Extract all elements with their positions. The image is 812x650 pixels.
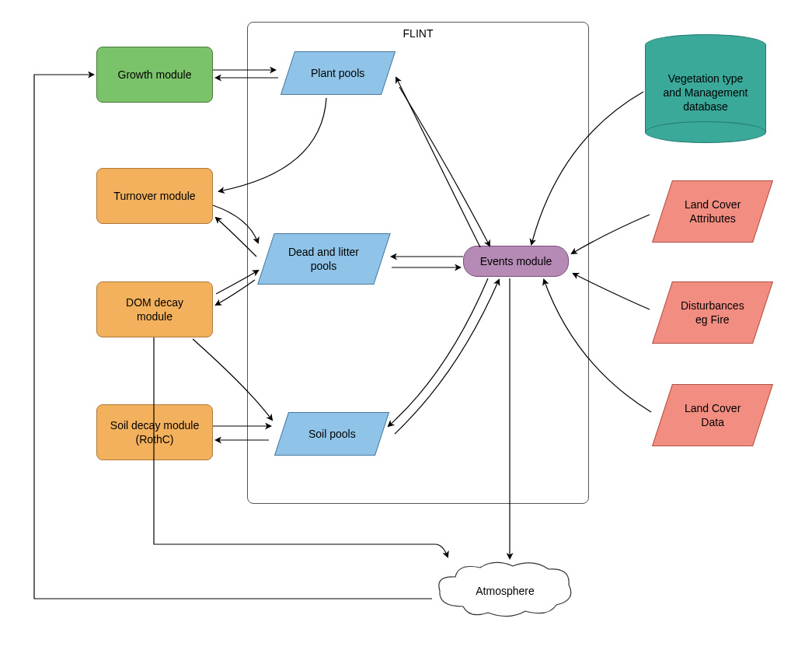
soil-decay-module-label: Soil decay module (RothC) [110,418,199,446]
land-cover-attributes-label: Land Cover Attributes [685,197,741,225]
dead-litter-pools-label: Dead and litter pools [288,245,359,273]
land-cover-data-label: Land Cover Data [685,401,741,429]
soil-pools-label: Soil pools [308,427,356,441]
plant-pools-label: Plant pools [311,66,364,80]
soil-pools-node: Soil pools [274,412,389,456]
events-module-label: Events module [480,254,552,268]
dom-decay-module-node: DOM decay module [96,281,213,337]
soil-decay-module-node: Soil decay module (RothC) [96,404,213,460]
atmosphere-label: Atmosphere [476,585,534,597]
turnover-module-label: Turnover module [113,189,195,203]
land-cover-attributes-node: Land Cover Attributes [652,180,773,243]
disturbances-label: Disturbances eg Fire [681,299,744,327]
growth-module-node: Growth module [96,47,213,103]
dead-litter-pools-node: Dead and litter pools [257,233,390,285]
events-module-node: Events module [463,246,569,277]
turnover-module-node: Turnover module [96,168,213,224]
vegetation-database-label: Vegetation type and Management database [645,72,766,114]
growth-module-label: Growth module [118,68,192,82]
land-cover-data-node: Land Cover Data [652,384,773,446]
vegetation-database-node: Vegetation type and Management database [645,34,766,143]
disturbances-node: Disturbances eg Fire [652,281,773,344]
dom-decay-module-label: DOM decay module [126,295,183,323]
diagram-container: FLINT Growth module Turnover module DOM … [0,0,812,650]
flint-label: FLINT [403,27,434,40]
atmosphere-node: Atmosphere [432,560,578,619]
plant-pools-node: Plant pools [281,51,396,95]
